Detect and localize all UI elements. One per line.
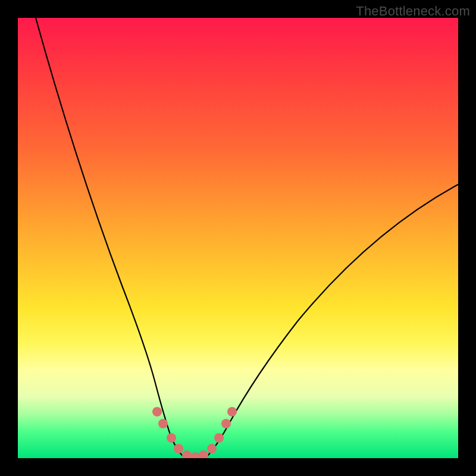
marker-dot — [190, 452, 200, 458]
watermark-text: TheBottleneck.com — [356, 4, 470, 19]
plot-area — [18, 18, 458, 458]
marker-dot — [174, 444, 183, 453]
marker-dot — [227, 407, 237, 416]
right-branch-curve — [207, 184, 458, 456]
marker-dot — [167, 433, 176, 443]
marker-dot — [158, 419, 168, 428]
marker-dot — [199, 450, 208, 458]
marker-dot — [152, 407, 162, 416]
marker-dot — [182, 450, 192, 458]
marker-dot — [214, 433, 224, 443]
chart-svg — [18, 18, 458, 458]
marker-dot — [221, 419, 231, 428]
left-branch-curve — [36, 18, 183, 456]
outer-frame: TheBottleneck.com — [0, 0, 476, 476]
marker-dot — [207, 444, 217, 453]
